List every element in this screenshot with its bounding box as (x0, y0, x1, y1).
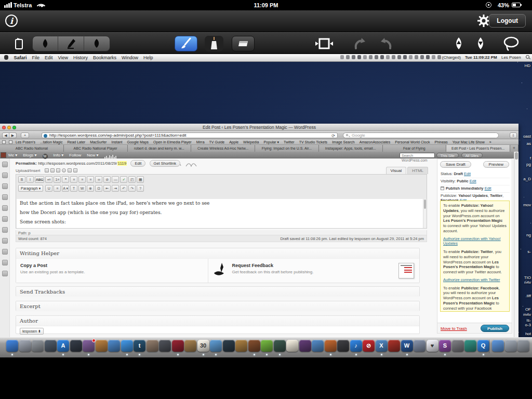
dock-compass-icon[interactable] (70, 340, 82, 352)
bookmark-item[interactable]: ...tation Magic (40, 140, 63, 144)
adminbar-blogs[interactable]: Blogs ▾ (23, 153, 36, 157)
add-image-icon[interactable] (45, 168, 49, 172)
bookmark-item[interactable]: Personal World Clock (395, 140, 430, 144)
underline-button[interactable]: U (45, 185, 52, 192)
dock-mail-icon[interactable] (210, 340, 222, 352)
lasso-icon[interactable] (498, 36, 525, 51)
redo-button[interactable]: ↷ (128, 185, 136, 192)
undo-icon[interactable] (374, 36, 399, 51)
outdent-button[interactable]: ⇤ (103, 185, 111, 192)
paste-word-button[interactable]: W (78, 185, 86, 192)
dock-no-sign-icon[interactable]: ⊘ (363, 340, 375, 352)
tab[interactable]: Fear of Flying (383, 145, 447, 152)
wp-menu-icon[interactable] (2, 249, 8, 255)
wp-menu-icon[interactable] (2, 227, 8, 233)
dock-calendar-alt-icon[interactable] (286, 340, 298, 352)
dock-theatre-icon[interactable] (172, 340, 184, 352)
lighten-drop-icon[interactable] (472, 36, 489, 51)
info-button[interactable]: i (5, 15, 18, 27)
dock-address-book-icon[interactable] (184, 340, 196, 352)
airbrush-tool-icon[interactable] (205, 36, 223, 51)
reading-list-icon[interactable] (2, 140, 6, 144)
dock-folder-documents-icon[interactable] (492, 340, 504, 352)
dock-facetime-icon[interactable] (159, 340, 171, 352)
desktop-file-label[interactable]: is- (527, 318, 531, 323)
dock-package-icon[interactable] (96, 340, 108, 352)
google-search-field[interactable]: Google (343, 132, 499, 138)
visual-tab[interactable]: Visual (386, 167, 407, 174)
dock-photo-booth-icon[interactable] (147, 340, 158, 352)
menu-extra-icon[interactable] (409, 55, 413, 59)
menu-extra-icon[interactable] (375, 55, 378, 59)
pen-2-icon[interactable] (84, 36, 110, 51)
dock-itunes-icon[interactable]: ♪ (350, 340, 362, 352)
dock-twitter-icon[interactable]: t (134, 340, 145, 352)
desktop-file-label[interactable]: pg (526, 162, 531, 167)
tab[interactable]: ABC Radio National (0, 145, 64, 152)
tab[interactable]: ABC Radio National Player (64, 145, 128, 152)
preview-button[interactable]: Preview (483, 161, 509, 168)
dock-trash-icon[interactable] (517, 340, 529, 352)
menu-extra-icon[interactable] (397, 55, 401, 59)
forward-button[interactable]: ▶ (9, 132, 17, 138)
tab[interactable]: Flying: Impact on the U.S. Air... (255, 145, 319, 152)
eraser-tool-icon[interactable] (232, 36, 255, 51)
align-left-button[interactable]: ≡ (70, 176, 77, 183)
menu-bookmarks[interactable]: Bookmarks (93, 55, 116, 60)
desktop-file-label[interactable]: n4v (524, 280, 531, 285)
resize-icon[interactable] (312, 36, 337, 51)
dock-downloads-icon[interactable] (505, 340, 517, 352)
this-site-button[interactable]: This Site (436, 153, 459, 158)
remove-format-button[interactable]: ⊗ (87, 185, 94, 192)
dock-preview-icon[interactable] (312, 340, 324, 352)
menu-extra-icon[interactable] (380, 55, 384, 59)
copy-a-post-card[interactable]: Copy a Post Use an existing post as a te… (16, 259, 208, 283)
top-sites-icon[interactable] (9, 140, 12, 144)
get-shortlink-button[interactable]: Get Shortlink (150, 160, 180, 167)
bookmark-item[interactable]: Les Posen's (16, 140, 35, 144)
dock-heart-monitor-icon[interactable]: ♥ (427, 340, 438, 352)
dock-sync-arrow-icon[interactable] (464, 340, 476, 352)
downloads-button[interactable]: ⇩ (510, 132, 517, 138)
bookmark-item[interactable]: Phineas (434, 140, 447, 144)
dock-word-icon[interactable]: W (401, 340, 413, 352)
add-media-icon[interactable] (62, 168, 66, 172)
italic-button[interactable]: I (26, 176, 34, 183)
bookmark-item[interactable]: TV Guide (209, 140, 225, 144)
new-tab-button[interactable]: + (21, 132, 29, 138)
fast-user-switch[interactable]: Les Posen (501, 55, 521, 60)
add-video-icon[interactable] (50, 168, 55, 172)
menu-window[interactable]: Window (122, 55, 138, 60)
author-title[interactable]: Author (16, 316, 419, 326)
paste-text-button[interactable]: T (70, 185, 77, 192)
dock-remote-icon[interactable] (325, 340, 337, 352)
menu-extra-icon[interactable] (437, 55, 441, 59)
menu-extra-icon[interactable] (403, 55, 407, 59)
bold-button[interactable]: B (18, 176, 25, 183)
save-draft-button[interactable]: Save Draft (440, 161, 471, 168)
menu-extra-icon[interactable] (357, 55, 361, 59)
writing-helper-title[interactable]: Writing Helper (16, 248, 419, 259)
wp-menu-icon[interactable] (2, 238, 8, 244)
wp-menu-icon[interactable] (2, 162, 8, 167)
dock-system-preferences-icon[interactable] (32, 340, 44, 352)
dock-quicktime-icon[interactable]: Q (477, 340, 489, 352)
brush-tool-selected[interactable] (175, 36, 197, 51)
numbered-list-button[interactable]: 1≡ (54, 176, 61, 183)
adminbar-info[interactable]: Info ▾ (54, 153, 64, 157)
kitchen-sink-button[interactable]: ▦ (137, 176, 144, 183)
menu-extra-icon[interactable] (340, 55, 344, 59)
adminbar-follow[interactable]: Follow (69, 153, 81, 157)
menu-extra-icon[interactable] (352, 55, 355, 59)
menu-history[interactable]: History (73, 55, 88, 60)
menu-extra-icon[interactable] (392, 55, 395, 59)
dock-map-pin-icon[interactable] (414, 340, 425, 352)
menu-extra-icon[interactable] (363, 55, 367, 59)
request-feedback-card[interactable]: Request Feedback Get feedback on this dr… (208, 259, 420, 283)
redo-icon[interactable] (347, 36, 372, 51)
dock-sphere-icon[interactable] (452, 340, 464, 352)
desktop-file-label[interactable]: m4v (523, 312, 531, 317)
menu-view[interactable]: View (58, 55, 68, 60)
bullet-list-button[interactable]: •≡ (45, 176, 52, 183)
wp-search-input[interactable]: Search WordPress.com (400, 153, 435, 158)
